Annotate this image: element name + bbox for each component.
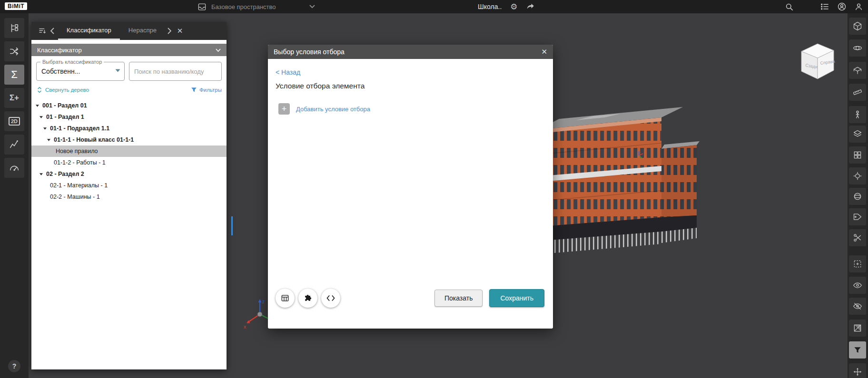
workspace-box-icon[interactable] [197,2,207,11]
select-chevron-icon [115,69,120,72]
menu-list-icon[interactable] [820,3,829,10]
classifier-search [129,62,222,81]
model-structure-icon[interactable] [4,18,24,38]
tree-item[interactable]: 02-2 - Машины - 1 [31,191,227,203]
modal-title-bar: Выбор условия отбора ✕ [268,45,553,59]
show-button[interactable]: Показать [434,290,483,307]
classifier-sum-icon[interactable]: Σ [4,65,24,85]
layers-icon[interactable] [849,126,866,143]
gear-icon[interactable]: ⚙ [510,3,517,11]
plugin-button[interactable] [298,289,317,308]
share-icon[interactable] [526,3,535,10]
code-icon [326,293,335,303]
panel-tab-strip: Классификатор Нераспре ✕ [31,22,227,40]
sphere-view-icon[interactable] [849,188,866,205]
tree-item-selected[interactable]: Новое правило [31,145,227,157]
classifier-panel: Классификатор Нераспре ✕ Классификатор В… [31,22,227,369]
navigation-cube[interactable]: Сзади Справа [793,36,840,84]
tree-item[interactable]: 02 - Раздел 2 [31,168,227,180]
right-toolbar [848,13,868,378]
tab-unallocated[interactable]: Нераспре [120,22,164,40]
focus-icon[interactable] [849,167,866,184]
table-icon [280,293,290,303]
chevron-down-icon[interactable] [309,5,315,9]
tags-icon[interactable] [849,208,866,225]
sort-list-icon[interactable] [38,27,47,35]
tree-item[interactable]: 01-1 - Подраздел 1.1 [31,123,227,134]
2d-view-icon[interactable]: 2D [4,111,24,131]
classifier-select-value: Собственн... [41,68,80,75]
cut-icon[interactable] [849,229,866,246]
hide-eye-icon[interactable] [849,298,866,315]
project-name[interactable]: Школа.. [478,3,502,10]
tree-item[interactable]: 02-1 - Материалы - 1 [31,180,227,191]
charts-icon[interactable] [4,135,24,155]
classifier-select-label: Выбрать классификатор [40,59,104,65]
expand-arrow-icon[interactable] [39,172,43,176]
show-eye-icon[interactable] [849,277,866,294]
code-button[interactable] [321,289,340,308]
modal-title: Выбор условия отбора [274,48,345,56]
modal-close-icon[interactable]: ✕ [541,48,547,56]
measure-icon[interactable] [849,84,866,101]
table-view-button[interactable] [276,289,295,308]
expand-arrow-icon[interactable] [39,115,43,119]
tree-item[interactable]: 01 - Раздел 1 [31,111,227,123]
tree-item[interactable]: 001 - Раздел 01 [31,100,227,111]
expand-arrow-icon[interactable] [43,126,47,131]
classifier-add-icon[interactable]: Σ+ [4,88,24,108]
axis-x-label: x [244,324,246,330]
tab-scroll-left-icon[interactable] [49,27,55,35]
search-input[interactable] [129,68,221,75]
tree-item[interactable]: 01-1-1 - Новый класс 01-1-1 [31,134,227,145]
user-circle-icon[interactable] [837,2,847,11]
collapse-icon [36,87,43,93]
filter-tool-icon[interactable] [849,341,866,359]
selection-condition-modal: Выбор условия отбора ✕ < Назад Условие о… [268,45,553,329]
select-region-icon[interactable] [849,255,866,272]
axis-z-label: z [262,299,265,304]
condition-heading: Условие отбора элемента [276,82,365,90]
orbit-icon[interactable] [849,39,866,57]
dashboard-icon[interactable] [4,158,24,178]
expand-arrow-icon[interactable] [47,138,51,142]
collapse-tree-link[interactable]: Свернуть дерево [36,87,89,93]
panel-resize-handle[interactable] [231,216,233,235]
add-condition-button[interactable]: + [278,103,290,115]
left-toolbar: Σ Σ+ 2D ? [0,13,29,378]
classifier-tree: 001 - Раздел 01 01 - Раздел 1 01-1 - Под… [31,100,227,369]
first-person-icon[interactable] [849,106,866,123]
workspace-name[interactable]: Базовое пространство [211,3,276,10]
expand-arrow-icon[interactable] [35,104,39,108]
tab-scroll-right-icon[interactable] [167,27,172,35]
search-icon[interactable] [785,2,794,11]
help-icon[interactable]: ? [8,360,20,372]
filters-link[interactable]: Фильтры [191,87,222,93]
relations-icon[interactable] [4,41,24,61]
tree-item[interactable]: 01-1-2 - Работы - 1 [31,157,227,168]
move-axes-icon[interactable] [849,363,866,378]
top-bar: BiMiT Базовое пространство Школа.. ⚙ [0,0,868,13]
panel-close-icon[interactable]: ✕ [177,27,183,35]
tab-classifier[interactable]: Классификатор [58,22,120,40]
back-link[interactable]: < Назад [276,68,300,76]
section-header-classifier[interactable]: Классификатор [31,44,227,56]
save-button[interactable]: Сохранить [489,289,544,307]
classifier-select[interactable]: Выбрать классификатор Собственн... [36,62,125,81]
add-condition-link[interactable]: Добавить условие отбора [296,106,370,113]
isolate-icon[interactable] [849,320,866,337]
grid-view-icon[interactable] [849,146,866,164]
section-chevron-icon [216,48,221,52]
profile-icon[interactable] [854,2,863,11]
funnel-icon [191,87,197,93]
app-logo: BiMiT [5,2,27,10]
view-cube-icon[interactable] [849,18,866,35]
puzzle-icon [303,293,313,303]
section-plane-icon[interactable] [849,62,866,79]
